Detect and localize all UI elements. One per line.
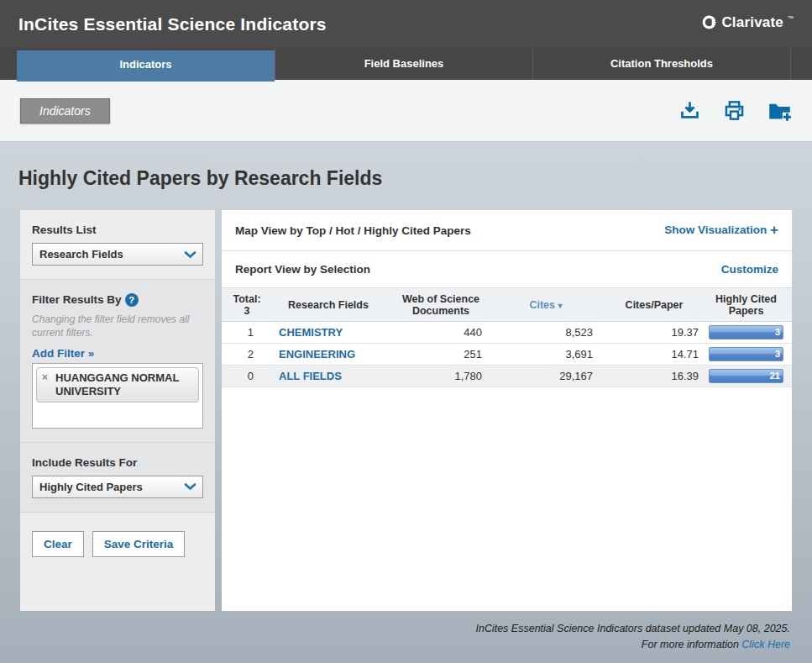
map-view-header: Map View by Top / Hot / Highly Cited Pap… (222, 210, 792, 251)
help-icon[interactable]: ? (125, 293, 139, 307)
column-header-highly-cited-papers[interactable]: Highly Cited Papers (707, 293, 785, 317)
row-rank: 0 (228, 370, 265, 382)
page-title: Highly Cited Papers by Research Fields (18, 167, 794, 190)
filter-results-label: Filter Results By? (32, 293, 203, 307)
row-rank: 2 (228, 348, 265, 360)
filter-section: Filter Results By? Changing the filter f… (20, 279, 215, 442)
brand-name: Clarivate (721, 14, 783, 31)
field-link-chemistry[interactable]: CHEMISTRY (279, 326, 343, 339)
clear-button[interactable]: Clear (32, 531, 84, 557)
cites-value: 3,691 (490, 348, 601, 360)
highly-cited-papers-bar[interactable]: 3 (709, 347, 783, 361)
include-results-label: Include Results For (32, 456, 203, 469)
customize-link[interactable]: Customize (721, 263, 778, 276)
map-view-title: Map View by Top / Hot / Highly Cited Pap… (235, 224, 471, 237)
cites-per-paper-value: 16.39 (601, 370, 707, 382)
cites-value: 8,523 (490, 326, 601, 339)
show-visualization-link[interactable]: Show Visualization + (664, 222, 778, 239)
highly-cited-papers-bar[interactable]: 3 (709, 325, 783, 339)
table-row: 2 ENGINEERING 251 3,691 14.71 3 (222, 344, 792, 366)
active-filters-box: × HUANGGANG NORMAL UNIVERSITY (32, 363, 203, 429)
add-filter-link[interactable]: Add Filter » (32, 347, 94, 360)
remove-filter-icon[interactable]: × (42, 371, 48, 384)
results-list-value: Research Fields (33, 248, 177, 260)
column-header-cites-sorted[interactable]: Cites ▾ (490, 299, 601, 311)
chevron-down-icon (177, 482, 202, 491)
print-icon[interactable] (723, 99, 746, 122)
toolbar: Indicators (0, 80, 812, 142)
wos-documents-value: 251 (391, 348, 490, 360)
table-header-row: Total: 3 Research Fields Web of Science … (222, 288, 792, 322)
sidebar-filler (20, 571, 215, 611)
report-view-title: Report View by Selection (235, 263, 370, 276)
column-header-research-fields[interactable]: Research Fields (265, 299, 391, 311)
save-criteria-button[interactable]: Save Criteria (92, 531, 186, 557)
table-row: 1 CHEMISTRY 440 8,523 19.37 3 (222, 322, 792, 344)
column-header-cites-per-paper[interactable]: Cites/Paper (601, 299, 707, 311)
filter-chip-label: HUANGGANG NORMAL UNIVERSITY (55, 371, 179, 397)
column-header-total: Total: 3 (228, 293, 265, 317)
row-rank: 1 (228, 326, 265, 339)
tab-field-baselines[interactable]: Field Baselines (275, 48, 532, 80)
wos-documents-value: 440 (391, 326, 490, 339)
dataset-footer: InCites Essential Science Indicators dat… (0, 611, 812, 653)
tab-indicators[interactable]: Indicators (17, 50, 275, 82)
column-header-wos-documents[interactable]: Web of Science Documents (391, 293, 490, 317)
add-to-folder-icon[interactable] (767, 99, 792, 122)
filter-chip[interactable]: × HUANGGANG NORMAL UNIVERSITY (36, 367, 199, 403)
cites-per-paper-value: 14.71 (601, 348, 707, 360)
field-link-all-fields[interactable]: ALL FIELDS (279, 370, 342, 382)
plus-icon: + (770, 222, 778, 238)
tab-citation-thresholds[interactable]: Citation Thresholds (532, 48, 790, 80)
results-panel: Map View by Top / Hot / Highly Cited Pap… (222, 210, 792, 611)
results-list-label: Results List (32, 224, 203, 236)
tab-spacer (0, 48, 17, 80)
include-results-value: Highly Cited Papers (33, 481, 177, 493)
indicators-breadcrumb-button[interactable]: Indicators (20, 98, 110, 124)
main-tab-bar: Indicators Field Baselines Citation Thre… (0, 48, 812, 80)
cites-value: 29,167 (490, 370, 601, 382)
wos-documents-value: 1,780 (391, 370, 490, 382)
tab-spacer (790, 48, 812, 80)
brand-trademark: ™ (788, 15, 794, 21)
click-here-link[interactable]: Click Here (741, 639, 790, 650)
app-header: InCites Essential Science Indicators Cla… (0, 0, 812, 48)
include-results-section: Include Results For Highly Cited Papers (20, 442, 215, 512)
include-results-dropdown[interactable]: Highly Cited Papers (32, 476, 203, 498)
clarivate-logo: Clarivate ™ (701, 14, 794, 34)
criteria-buttons-section: Clear Save Criteria (20, 512, 215, 571)
download-icon[interactable] (678, 99, 701, 122)
sort-descending-icon: ▾ (558, 301, 563, 310)
table-body: 1 CHEMISTRY 440 8,523 19.37 3 2 ENGINEER… (222, 322, 792, 611)
cites-per-paper-value: 19.37 (601, 326, 707, 339)
more-info-text: For more information (642, 639, 739, 650)
table-row-all-fields: 0 ALL FIELDS 1,780 29,167 16.39 21 (222, 366, 792, 387)
chevron-down-icon (177, 250, 202, 259)
report-view-header: Report View by Selection Customize (222, 251, 792, 288)
clarivate-mark-icon (701, 14, 717, 34)
results-list-dropdown[interactable]: Research Fields (32, 243, 203, 266)
results-list-section: Results List Research Fields (20, 210, 215, 279)
dataset-updated-text: InCites Essential Science Indicators dat… (0, 621, 790, 637)
filter-note: Changing the filter field removes all cu… (32, 313, 203, 339)
highly-cited-papers-bar[interactable]: 21 (709, 369, 783, 383)
field-link-engineering[interactable]: ENGINEERING (279, 348, 355, 360)
app-title: InCites Essential Science Indicators (18, 14, 327, 34)
filters-sidebar: Results List Research Fields Filter Resu… (20, 210, 215, 611)
